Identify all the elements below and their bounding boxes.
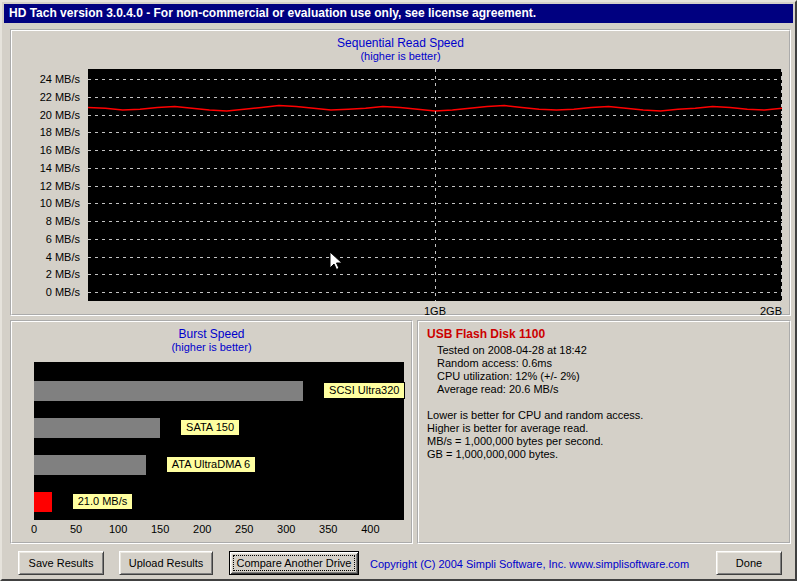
burst-x-tick-label: 400: [361, 523, 379, 535]
compare-another-drive-button[interactable]: Compare Another Drive: [229, 551, 359, 575]
read-y-tick-label: 12 MB/s: [40, 180, 80, 192]
results-panel: USB Flash Disk 1100 Tested on 2008-04-28…: [417, 320, 791, 544]
burst-chart-plot: SCSI Ultra320SATA 150ATA UltraDMA 621.0 …: [34, 362, 404, 520]
read-vertical-gridline: [781, 69, 782, 301]
read-y-tick-label: 20 MB/s: [40, 109, 80, 121]
tested-on-line: Tested on 2008-04-28 at 18:42: [427, 344, 781, 357]
read-y-tick-label: 4 MB/s: [46, 251, 80, 263]
note-line-1: Lower is better for CPU and random acces…: [427, 409, 781, 422]
note-line-3: MB/s = 1,000,000 bytes per second.: [427, 435, 781, 448]
burst-chart-title: Burst Speed: [12, 327, 411, 341]
burst-speed-panel: Burst Speed (higher is better) SCSI Ultr…: [10, 320, 413, 544]
burst-x-tick-label: 250: [235, 523, 253, 535]
burst-bar: [34, 418, 160, 438]
burst-x-tick-label: 300: [277, 523, 295, 535]
read-y-tick-label: 10 MB/s: [40, 197, 80, 209]
burst-bar: [34, 381, 303, 401]
read-chart-plot: [88, 69, 782, 301]
burst-x-tick-label: 50: [70, 523, 82, 535]
drive-name: USB Flash Disk 1100: [427, 327, 781, 341]
read-x-tick-label: 1GB: [424, 305, 446, 317]
average-read-line: Average read: 20.6 MB/s: [427, 383, 781, 396]
burst-x-tick-label: 100: [109, 523, 127, 535]
sequential-read-panel: Sequential Read Speed (higher is better)…: [10, 29, 791, 316]
note-line-2: Higher is better for average read.: [427, 422, 781, 435]
burst-x-tick-label: 200: [193, 523, 211, 535]
burst-bar: [34, 492, 52, 512]
read-y-tick-label: 18 MB/s: [40, 126, 80, 138]
read-chart-x-axis: 1GB2GB: [88, 305, 782, 319]
read-chart-y-axis: 24 MB/s22 MB/s20 MB/s18 MB/s16 MB/s14 MB…: [12, 69, 84, 301]
read-chart-subtitle: (higher is better): [12, 50, 789, 62]
read-y-tick-label: 16 MB/s: [40, 144, 80, 156]
burst-x-tick-label: 350: [319, 523, 337, 535]
title-bar[interactable]: HD Tach version 3.0.4.0 - For non-commer…: [4, 4, 793, 23]
read-y-tick-label: 24 MB/s: [40, 73, 80, 85]
copyright-text: Copyright (C) 2004 Simpli Software, Inc.…: [370, 558, 689, 570]
read-y-tick-label: 0 MB/s: [46, 286, 80, 298]
upload-results-button[interactable]: Upload Results: [119, 551, 213, 575]
cpu-utilization-line: CPU utilization: 12% (+/- 2%): [427, 370, 781, 383]
note-line-4: GB = 1,000,000,000 bytes.: [427, 448, 781, 461]
burst-bar-label: SCSI Ultra320: [323, 382, 405, 399]
burst-bar-label: ATA UltraDMA 6: [166, 456, 256, 473]
burst-bar-label: 21.0 MB/s: [72, 493, 134, 510]
read-x-tick-label: 2GB: [760, 305, 782, 317]
burst-bar: [34, 455, 146, 475]
read-vertical-gridline: [435, 69, 436, 301]
burst-x-tick-label: 150: [151, 523, 169, 535]
read-y-tick-label: 8 MB/s: [46, 215, 80, 227]
hd-tach-window: HD Tach version 3.0.4.0 - For non-commer…: [0, 0, 797, 581]
burst-chart-subtitle: (higher is better): [12, 341, 411, 353]
burst-chart-x-axis: 050100150200250300350400: [34, 523, 404, 537]
window-title: HD Tach version 3.0.4.0 - For non-commer…: [9, 6, 536, 20]
read-chart-title: Sequential Read Speed: [12, 36, 789, 50]
save-results-button[interactable]: Save Results: [18, 551, 104, 575]
random-access-line: Random access: 0.6ms: [427, 357, 781, 370]
burst-x-tick-label: 0: [31, 523, 37, 535]
read-y-tick-label: 6 MB/s: [46, 233, 80, 245]
done-button[interactable]: Done: [716, 551, 782, 575]
read-y-tick-label: 14 MB/s: [40, 162, 80, 174]
burst-bar-label: SATA 150: [180, 419, 240, 436]
notes-block: Lower is better for CPU and random acces…: [427, 409, 781, 461]
read-y-tick-label: 22 MB/s: [40, 91, 80, 103]
read-y-tick-label: 2 MB/s: [46, 268, 80, 280]
mouse-cursor: [329, 251, 343, 271]
